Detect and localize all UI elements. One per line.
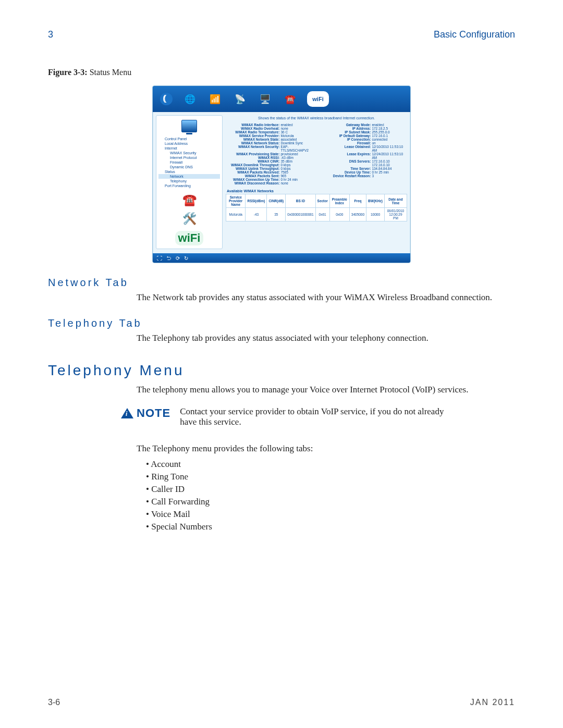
telephone-icon: ☎️ xyxy=(182,193,197,207)
available-networks-label: Available WiMAX Networks xyxy=(226,188,407,194)
section-title: Basic Configuration xyxy=(434,29,515,40)
figure-label: Figure 3-3: xyxy=(48,68,88,77)
status-row: WiMAX Provisioning State:provisioned xyxy=(227,152,315,156)
list-item: Special Numbers xyxy=(146,521,515,533)
sidebar-item[interactable]: Local Address xyxy=(158,141,220,146)
list-item: Ring Tone xyxy=(146,471,515,483)
list-item: Account xyxy=(146,458,515,471)
footer-page-number: 3-6 xyxy=(48,698,60,707)
table-cell: 06/01/2010 12:00:29 PM xyxy=(384,208,407,221)
table-header: Date and Time xyxy=(384,194,407,208)
motorola-logo-icon xyxy=(160,93,173,105)
note-block: NOTE Contact your service provider to ob… xyxy=(121,406,515,427)
status-row: WiMAX Radio Temperature:36 C xyxy=(227,130,315,134)
list-item: Caller ID xyxy=(146,483,515,496)
table-cell: 10000 xyxy=(366,208,385,221)
table-header: Preamble Index xyxy=(329,194,349,208)
status-row: WiMAX Radio Overheat:none xyxy=(227,127,315,130)
table-header: Sector xyxy=(315,194,329,208)
telephony-tab-heading: Telephony Tab xyxy=(48,317,515,329)
status-row: IP Subnet Mask:255.255.0.0 xyxy=(318,130,406,134)
status-menu-screenshot: 🌐 📶 📡 🖥️ ☎️ wiFi Control PanelLocal Addr… xyxy=(152,85,411,263)
status-row: Device Up Time:0 hr 25 min xyxy=(318,170,406,174)
sidebar-item[interactable]: Network xyxy=(158,174,220,179)
screenshot-toolbar: 🌐 📶 📡 🖥️ ☎️ wiFi xyxy=(153,86,410,112)
status-row: Lease Obtained:12/10/2010 11:53:10 AM xyxy=(318,145,406,152)
signal-icon: 📶 xyxy=(207,92,223,106)
table-header: BS ID xyxy=(286,194,315,208)
status-row: IP Connection:connected xyxy=(318,138,406,141)
status-row: WiMAX Connection Up Time:0 hr 24 min xyxy=(227,178,315,181)
status-row: IP Address:172.18.2.5 xyxy=(318,127,406,130)
phone-icon: ☎️ xyxy=(282,92,298,106)
telephony-menu-intro: The telephony menu allows you to manage … xyxy=(137,384,515,396)
wifi-badge-icon: wiFi xyxy=(175,231,204,245)
table-header: BW(KHz) xyxy=(366,194,385,208)
status-row: Gateway Mode:enabled xyxy=(318,123,406,127)
telephony-menu-heading: Telephony Menu xyxy=(48,362,515,379)
list-item: Voice Mail xyxy=(146,508,515,521)
sidebar-item[interactable]: Control Panel xyxy=(158,137,220,141)
note-label: NOTE xyxy=(137,406,170,420)
table-cell: -43 xyxy=(246,208,267,221)
figure-caption: Figure 3-3: Status Menu xyxy=(48,68,515,77)
telephony-tabs-list: AccountRing ToneCaller IDCall Forwarding… xyxy=(146,458,515,533)
tools-icon: 🛠️ xyxy=(182,212,197,226)
status-row: Time Server:134.84.84.84 xyxy=(318,167,406,170)
sidebar-item[interactable]: Status xyxy=(158,169,220,174)
sidebar-item[interactable]: Internet xyxy=(158,146,220,151)
table-cell: 0x61 xyxy=(315,208,329,221)
monitor-icon: 🖥️ xyxy=(257,92,273,106)
table-cell: 0x000001000081 xyxy=(286,208,315,221)
status-row: WiMAX Packets Sent:965 xyxy=(227,174,315,178)
status-row: WiMAX Radio Interface:enabled xyxy=(227,123,315,127)
sidebar-item[interactable]: Internet Protocol xyxy=(158,155,220,160)
network-tab-heading: Network Tab xyxy=(48,277,515,289)
computer-icon xyxy=(181,120,197,132)
table-cell: 0x00 xyxy=(329,208,349,221)
tabs-intro: The Telephony menu provides the followin… xyxy=(137,443,515,455)
status-row: WiMAX Network Status:Downlink Sync xyxy=(227,141,315,145)
status-row: Device Restart Reason:3 xyxy=(318,174,406,178)
screenshot-footer-bar: ⛶ ⮌ ⟳ ↻ xyxy=(153,253,410,263)
status-row: IP Default Gateway:172.16.0.1 xyxy=(318,134,406,138)
list-item: Call Forwarding xyxy=(146,496,515,508)
back-icon: ⮌ xyxy=(166,255,172,261)
status-row: WiMAX Packets Received:7585 xyxy=(227,170,315,174)
antenna-icon: 📡 xyxy=(232,92,248,106)
sidebar-item[interactable]: Port Forwarding xyxy=(158,183,220,188)
expand-icon: ⛶ xyxy=(157,255,162,261)
available-networks-table: Service Provider NameRSSI(dBm)CINR(dB)BS… xyxy=(226,194,407,221)
status-row: Lease Expires:12/24/2010 11:53:10 AM xyxy=(318,152,406,159)
status-row: WiMAX RSSI:-43 dBm xyxy=(227,156,315,159)
table-cell: 35 xyxy=(267,208,286,221)
footer-date: JAN 2011 xyxy=(470,698,515,707)
table-header: Service Provider Name xyxy=(226,194,246,208)
status-row: WiMAX Uplink Throughput:0 kbps xyxy=(227,167,315,170)
status-row: WiMAX CINR:35 dBm xyxy=(227,159,315,163)
note-triangle-icon xyxy=(121,408,133,418)
globe-icon: 🌐 xyxy=(182,92,198,106)
reload-icon: ↻ xyxy=(184,255,188,261)
status-row: WiMAX Service Provider:Motorola xyxy=(227,134,315,138)
network-tab-body: The Network tab provides any status asso… xyxy=(137,292,515,304)
note-body: Contact your service provider to obtain … xyxy=(180,406,456,427)
status-row: DNS Servers:172.16.0.10 172.16.0.10 xyxy=(318,159,406,167)
table-cell: Motorola xyxy=(226,208,246,221)
telephony-tab-body: The Telephony tab provides any status as… xyxy=(137,332,515,344)
status-row: WiMAX Disconnect Reason:none xyxy=(227,181,315,185)
sidebar-item[interactable]: Dynamic DNS xyxy=(158,165,220,169)
wifi-icon: wiFi xyxy=(307,91,329,107)
table-header: Freq xyxy=(349,194,366,208)
sidebar-item[interactable]: WiMAX Security xyxy=(158,151,220,155)
table-cell: 3405000 xyxy=(349,208,366,221)
status-row: Firewall:on xyxy=(318,141,406,145)
sidebar-item[interactable]: Firewall xyxy=(158,160,220,165)
refresh-icon: ⟳ xyxy=(176,255,180,261)
table-header: CINR(dB) xyxy=(267,194,286,208)
sidebar-item[interactable]: Telephony xyxy=(158,179,220,183)
figure-title: Status Menu xyxy=(90,68,131,77)
status-row: WiMAX Network Security:EAP-TTLS/MSCHAPV2 xyxy=(227,145,315,152)
screenshot-sidebar: Control PanelLocal AddressInternetWiMAX … xyxy=(156,115,223,249)
table-header: RSSI(dBm) xyxy=(246,194,267,208)
